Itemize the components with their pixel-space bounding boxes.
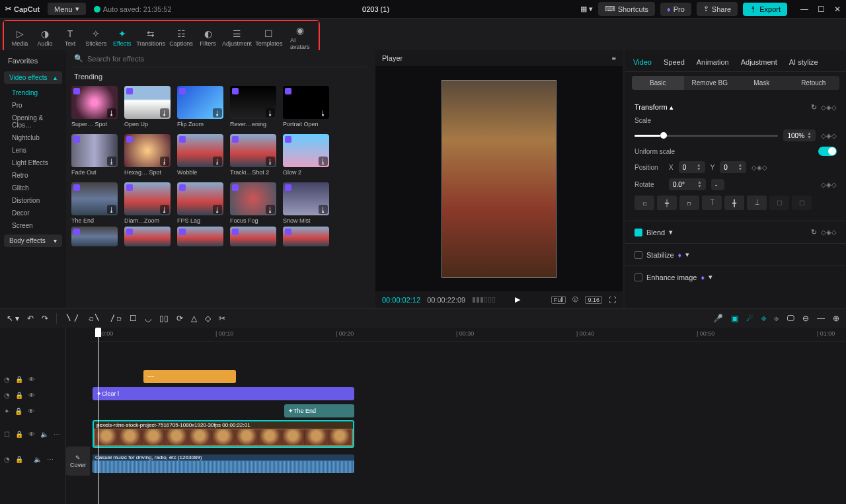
effect-focus-fog[interactable]: ⭳Focus Fog xyxy=(230,182,276,224)
clip-video[interactable]: pexels-rdne-stock-project-7516705-1080x1… xyxy=(93,420,354,448)
layout-icon[interactable]: ▦ ▾ xyxy=(580,5,593,13)
download-icon[interactable]: ⭳ xyxy=(213,157,222,166)
sidebar-retro[interactable]: Retro xyxy=(0,169,66,182)
sidebar-pro[interactable]: Pro xyxy=(0,99,66,112)
sidebar-lens[interactable]: Lens xyxy=(0,144,66,157)
sidebar-body-effects[interactable]: Body effects ▾ xyxy=(4,234,62,247)
undo-button[interactable]: ↶ xyxy=(27,314,34,323)
download-icon[interactable]: ⭳ xyxy=(319,108,328,118)
shortcuts-button[interactable]: ⌨ Shortcuts xyxy=(598,2,655,16)
effect-hexag-spot[interactable]: ⭳Hexag… Spot xyxy=(124,134,171,176)
sidebar-decor[interactable]: Decor xyxy=(0,207,66,219)
effect-item[interactable] xyxy=(283,227,329,246)
effect-diam-zoom[interactable]: ⭳Diam…Zoom xyxy=(124,182,171,224)
rotate-input[interactable]: 0.0°▲▼ xyxy=(669,178,706,190)
right-tab-ai-stylize[interactable]: AI stylize xyxy=(789,55,818,71)
sidebar-opening-clos-[interactable]: Opening & Clos… xyxy=(0,112,66,131)
preview-frame[interactable] xyxy=(442,80,557,278)
player-menu-icon[interactable]: ≡ xyxy=(612,54,616,62)
effect-glow-[interactable]: ⭳Glow 2 xyxy=(283,134,329,176)
tab-text[interactable]: TText xyxy=(58,27,82,48)
subtab-mask[interactable]: Mask xyxy=(736,76,788,90)
clip-the-end[interactable]: ✦ The End xyxy=(284,404,354,417)
effect-portrait-open[interactable]: ⭳Portrait Open xyxy=(283,86,329,127)
subtab-basic[interactable]: Basic xyxy=(632,76,684,90)
download-icon[interactable]: ⭳ xyxy=(266,157,275,166)
export-button[interactable]: ⭱ Export xyxy=(743,3,787,16)
rotate-flip[interactable]: - xyxy=(711,179,724,190)
reset-transform-icon[interactable]: ↻ xyxy=(811,103,817,111)
download-icon[interactable]: ⭳ xyxy=(160,108,169,118)
reset-blend-icon[interactable]: ↻ xyxy=(811,228,817,236)
mic-button[interactable]: 🎤 xyxy=(713,314,723,323)
zoom-out-button[interactable]: ⊖ xyxy=(802,314,809,323)
menu-button[interactable]: Menu ▾ xyxy=(48,3,86,15)
right-tab-speed[interactable]: Speed xyxy=(664,55,685,71)
sidebar-distortion[interactable]: Distortion xyxy=(0,194,66,207)
scale-value[interactable]: 100%▲▼ xyxy=(783,129,816,141)
align-2-button[interactable]: ☐ xyxy=(792,196,812,210)
share-button[interactable]: ⇪ Share xyxy=(697,2,738,16)
kf-transform-icon[interactable]: ◇◈◇ xyxy=(821,104,837,111)
effect-the-end[interactable]: ⭳The End xyxy=(71,182,118,224)
tab-templates[interactable]: ☐Templates xyxy=(254,27,284,48)
preview-button[interactable]: ⟐ xyxy=(774,314,779,323)
zoom-fit-button[interactable]: ⊕ xyxy=(833,314,839,323)
minimize-button[interactable]: — xyxy=(800,5,808,14)
track-visibility-icon[interactable]: ◔ xyxy=(4,376,10,383)
transform-heading[interactable]: Transform ▴ xyxy=(634,103,673,112)
tab-media[interactable]: ▷Media xyxy=(8,27,32,48)
download-icon[interactable]: ⭳ xyxy=(213,205,222,214)
link-button[interactable]: ⎆ xyxy=(761,314,766,323)
effect-super-spot[interactable]: ⭳Super… Spot xyxy=(71,86,118,127)
kf-position-icon[interactable]: ◇◈◇ xyxy=(751,164,767,171)
right-tab-video[interactable]: Video xyxy=(633,55,652,71)
split-left-button[interactable]: ⟤〵 xyxy=(89,314,101,323)
track-eye-icon[interactable]: 👁 xyxy=(28,376,35,383)
zoom-slider[interactable]: — xyxy=(817,314,825,323)
sidebar-video-effects[interactable]: Video effects ▴ xyxy=(4,71,62,84)
crop-button[interactable]: ✂ xyxy=(219,314,225,323)
reverse-button[interactable]: ⟳ xyxy=(176,314,183,323)
play-button[interactable]: ▶ xyxy=(515,295,520,304)
right-tab-adjustment[interactable]: Adjustment xyxy=(741,55,777,71)
maximize-button[interactable]: ☐ xyxy=(818,5,825,14)
sidebar-favorites[interactable]: Favorites xyxy=(0,53,66,69)
right-tab-animation[interactable]: Animation xyxy=(697,55,729,71)
tab-stickers[interactable]: ✧Stickers xyxy=(83,27,109,48)
download-icon[interactable]: ⭳ xyxy=(266,108,275,118)
subtab-retouch[interactable]: Retouch xyxy=(788,76,840,90)
effect-open-up[interactable]: ⭳Open Up xyxy=(124,86,171,127)
subtab-remove-bg[interactable]: Remove BG xyxy=(684,76,736,90)
kf-blend-icon[interactable]: ◇◈◇ xyxy=(821,229,837,236)
tab-effects[interactable]: ✦Effects xyxy=(110,27,134,48)
align-1-button[interactable]: ☐ xyxy=(769,196,789,210)
align-hcenter-button[interactable]: ┿ xyxy=(657,196,677,210)
sidebar-screen[interactable]: Screen xyxy=(0,219,66,232)
snap-button[interactable]: ▣ xyxy=(731,314,738,323)
align-top-button[interactable]: ⟙ xyxy=(702,196,722,210)
magnet-button[interactable]: ☄ xyxy=(746,314,753,323)
download-icon[interactable]: ⭳ xyxy=(160,205,169,214)
effect-tracki-shot-[interactable]: ⭳Tracki…Shot 2 xyxy=(230,134,276,176)
compare-icon[interactable]: ⦾ xyxy=(572,295,578,304)
player-canvas[interactable] xyxy=(375,66,623,291)
fullscreen-icon[interactable]: ⛶ xyxy=(609,296,616,304)
effect-fps-lag[interactable]: ⭳FPS Lag xyxy=(177,182,223,224)
scale-slider[interactable] xyxy=(634,135,778,137)
ratio-badge[interactable]: 9:16 xyxy=(585,296,602,304)
align-vcenter-button[interactable]: ╋ xyxy=(724,196,744,210)
tab-captions[interactable]: ☷Captions xyxy=(167,27,194,48)
tab-transitions[interactable]: ⇆Transitions xyxy=(135,27,167,48)
download-icon[interactable]: ⭳ xyxy=(319,157,328,166)
search-input[interactable] xyxy=(87,55,365,63)
full-badge[interactable]: Full xyxy=(551,296,566,304)
delete-button[interactable]: ☐ xyxy=(130,314,137,323)
effect-flip-zoom[interactable]: ⭳Flip Zoom xyxy=(177,86,223,127)
download-icon[interactable]: ⭳ xyxy=(319,205,328,214)
frame-button[interactable]: ▯▯ xyxy=(159,314,169,323)
enhance-checkbox[interactable] xyxy=(634,273,642,281)
tab-audio[interactable]: ◑Audio xyxy=(33,27,57,48)
track-lock-icon[interactable]: 🔒 xyxy=(15,376,23,383)
timeline-ruler[interactable]: | 00:00| 00:10| 00:20| 00:30| 00:40| 00:… xyxy=(90,328,846,342)
